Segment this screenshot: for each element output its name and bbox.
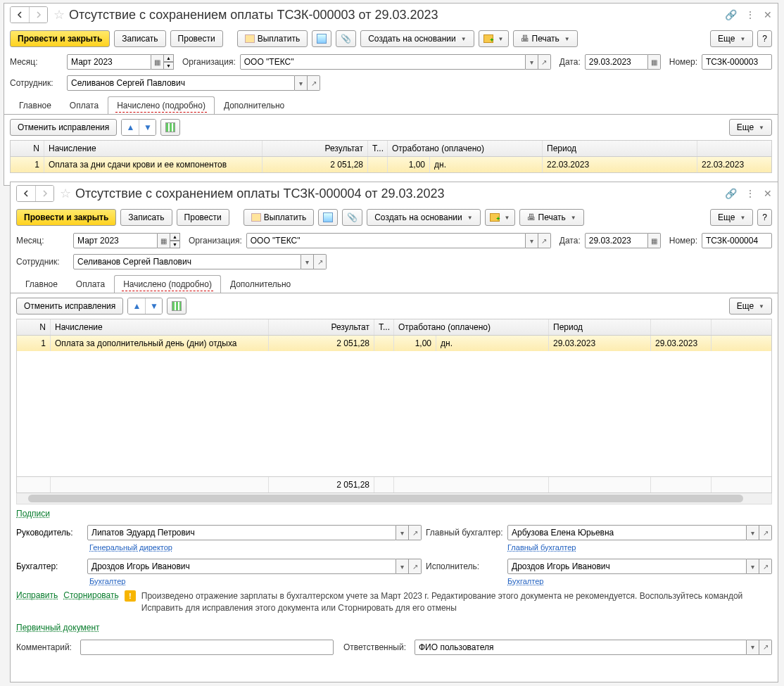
calendar-icon[interactable]: ▦ [158,233,170,248]
pay-button[interactable]: Выплатить [237,30,308,47]
col-worked[interactable]: Отработано (оплачено) [394,319,549,335]
col-n[interactable]: N [17,319,51,335]
open-icon[interactable]: ↗ [308,75,320,91]
link-icon[interactable]: 🔗 [725,9,737,20]
open-icon[interactable]: ↗ [538,233,551,248]
nav-forward-button[interactable] [29,7,47,23]
favorite-star-icon[interactable]: ☆ [53,7,65,23]
attach-button[interactable]: 📎 [336,30,356,47]
move-up-button[interactable]: ▲ [122,120,139,135]
executor-input[interactable] [507,559,747,574]
col-period[interactable]: Период [543,141,697,156]
month-up-button[interactable]: ▲ [164,54,174,62]
folder-add-button[interactable]: ▼ [479,30,509,47]
signatures-link[interactable]: Подписи [16,509,50,519]
table-more-button[interactable]: Еще▼ [729,298,772,315]
open-icon[interactable]: ↗ [409,559,422,574]
more-button[interactable]: Еще▼ [710,209,753,226]
calendar-icon[interactable]: ▦ [648,233,661,248]
tab-main[interactable]: Главное [16,275,67,293]
cancel-corrections-button[interactable]: Отменить исправления [10,119,117,136]
move-down-button[interactable]: ▼ [139,120,156,135]
employee-input[interactable] [73,254,301,269]
col-period[interactable]: Период [549,319,651,335]
attach-button[interactable]: 📎 [342,209,362,226]
col-n[interactable]: N [11,141,44,156]
dropdown-icon[interactable]: ▾ [747,559,759,574]
calendar-icon[interactable]: ▦ [648,54,661,70]
month-down-button[interactable]: ▼ [164,62,174,70]
col-t[interactable]: Т... [368,141,388,156]
tab-calculated[interactable]: Начислено (подробно) [114,275,221,293]
col-worked[interactable]: Отработано (оплачено) [388,141,543,156]
more-icon[interactable]: ⋮ [745,188,755,199]
tab-payment[interactable]: Оплата [67,275,114,293]
org-input[interactable] [240,54,526,70]
document-icon-button[interactable] [312,30,331,47]
post-and-close-button[interactable]: Провести и закрыть [10,30,110,47]
date-input[interactable] [585,233,648,248]
print-button[interactable]: 🖶Печать▼ [513,30,578,47]
post-button[interactable]: Провести [170,30,223,47]
col-extra[interactable] [712,319,771,335]
folder-add-button[interactable]: ▼ [485,209,515,226]
col-accrual[interactable]: Начисление [51,319,269,335]
nav-back-button[interactable] [11,7,29,23]
tab-extra[interactable]: Дополнительно [215,96,293,114]
dropdown-icon[interactable]: ▾ [295,75,308,91]
columns-button[interactable] [167,298,186,315]
manager-position-link[interactable]: Генеральный директор [89,543,172,552]
dropdown-icon[interactable]: ▾ [301,254,314,269]
link-icon[interactable]: 🔗 [725,188,737,199]
primary-document-link[interactable]: Первичный документ [16,623,100,633]
dropdown-icon[interactable]: ▾ [747,525,759,540]
col-result[interactable]: Результат [269,319,374,335]
table-row[interactable]: 1 Оплата за дни сдачи крови и ее компоне… [11,157,771,172]
comment-input[interactable] [80,640,334,655]
table-more-button[interactable]: Еще▼ [729,119,772,136]
fix-link[interactable]: Исправить [16,590,58,600]
tab-main[interactable]: Главное [10,96,61,114]
executor-position-link[interactable]: Бухгалтер [507,577,543,585]
pay-button[interactable]: Выплатить [244,209,315,226]
accountant-input[interactable] [87,559,396,574]
post-and-close-button[interactable]: Провести и закрыть [16,209,116,226]
document-icon-button[interactable] [318,209,338,226]
open-icon[interactable]: ↗ [409,525,422,540]
tab-payment[interactable]: Оплата [61,96,108,114]
write-button[interactable]: Записать [114,30,165,47]
create-based-on-button[interactable]: Создать на основании▼ [367,209,480,226]
col-accrual[interactable]: Начисление [44,141,263,156]
print-button[interactable]: 🖶Печать▼ [519,209,584,226]
open-icon[interactable]: ↗ [759,525,772,540]
move-up-button[interactable]: ▲ [128,298,145,314]
columns-button[interactable] [160,119,180,136]
tab-extra[interactable]: Дополнительно [221,275,300,293]
horizontal-scrollbar[interactable] [16,493,772,504]
chief-accountant-input[interactable] [507,525,747,540]
manager-input[interactable] [87,525,396,540]
more-icon[interactable]: ⋮ [745,9,755,20]
close-icon[interactable]: ✕ [764,9,772,20]
open-icon[interactable]: ↗ [759,559,772,574]
dropdown-icon[interactable]: ▾ [396,525,409,540]
month-input[interactable] [73,233,158,248]
open-icon[interactable]: ↗ [538,54,551,70]
create-based-on-button[interactable]: Создать на основании▼ [360,30,474,47]
calendar-icon[interactable]: ▦ [151,54,164,70]
date-input[interactable] [585,54,648,70]
open-icon[interactable]: ↗ [759,640,772,655]
more-button[interactable]: Еще▼ [710,30,753,47]
number-input[interactable] [702,233,772,248]
col-result[interactable]: Результат [263,141,368,156]
month-up-button[interactable]: ▲ [170,233,180,241]
dropdown-icon[interactable]: ▾ [526,54,538,70]
close-icon[interactable]: ✕ [764,188,772,199]
dropdown-icon[interactable]: ▾ [747,640,759,655]
number-input[interactable] [702,54,772,70]
nav-forward-button[interactable] [35,186,53,201]
scrollbar-thumb[interactable] [28,495,743,502]
storno-link[interactable]: Сторнировать [63,590,118,600]
move-down-button[interactable]: ▼ [145,298,162,314]
tab-calculated[interactable]: Начислено (подробно) [108,96,215,114]
